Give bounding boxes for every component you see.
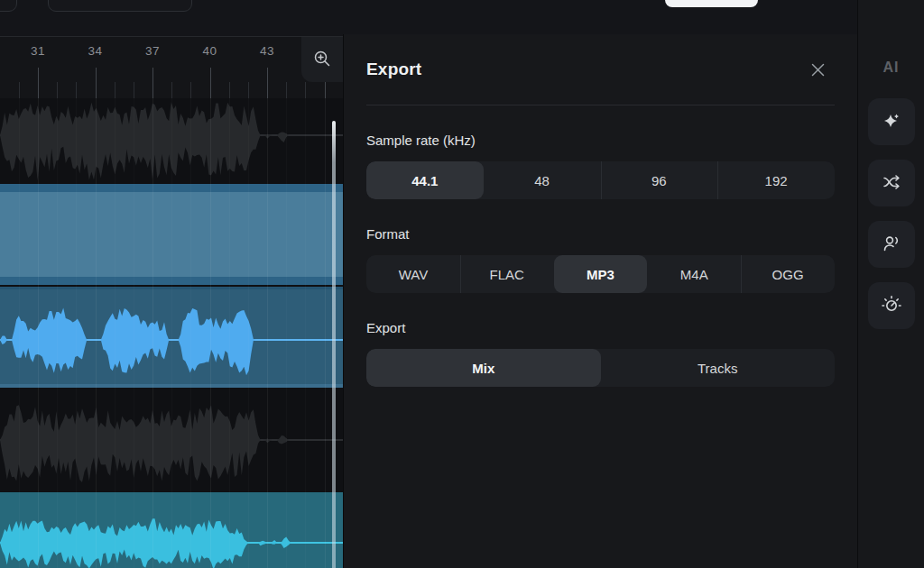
- track-5[interactable]: [0, 492, 343, 568]
- ruler-tick: [210, 68, 211, 98]
- top-header: [0, 0, 857, 36]
- right-sidebar: AI: [857, 0, 924, 568]
- ruler-tick: [171, 82, 172, 98]
- ruler-tick: [57, 82, 58, 98]
- ruler-tick: [152, 68, 153, 98]
- option-192[interactable]: 192: [717, 161, 835, 199]
- ruler-label: 31: [31, 44, 45, 58]
- ruler-label: 43: [260, 44, 274, 58]
- ruler-tick: [134, 82, 134, 98]
- knob-button[interactable]: [868, 282, 915, 329]
- option-tracks[interactable]: Tracks: [601, 349, 836, 387]
- app-root: 3134374043 Export Sa: [0, 0, 924, 568]
- waveform: [0, 492, 343, 568]
- close-icon[interactable]: [808, 60, 827, 79]
- segmented-control-1: WAVFLACMP3M4AOGG: [366, 255, 835, 293]
- knob-icon: [881, 294, 902, 318]
- timeline-ruler[interactable]: 3134374043: [0, 37, 343, 98]
- ruler-label: 34: [88, 44, 102, 58]
- option-flac[interactable]: FLAC: [460, 255, 554, 293]
- segmented-control-2: MixTracks: [366, 349, 835, 387]
- zoom-in-button[interactable]: [301, 37, 343, 82]
- panel-divider: [366, 105, 835, 105]
- ruler-tick: [305, 82, 306, 98]
- waveform: [0, 87, 343, 184]
- panel-sections: Sample rate (kHz)44.14896192FormatWAVFLA…: [366, 133, 835, 387]
- option-44-1[interactable]: 44.1: [366, 161, 484, 199]
- ruler-tick: [19, 82, 20, 98]
- export-panel: Export Sample rate (kHz)44.14896192Forma…: [343, 34, 857, 568]
- voice-person-button[interactable]: [868, 221, 915, 268]
- ai-label: AI: [858, 60, 924, 77]
- ruler-tick: [38, 68, 39, 98]
- timeline: 3134374043: [0, 36, 343, 568]
- sparkle-button[interactable]: [868, 98, 915, 145]
- header-button-partial[interactable]: [48, 0, 192, 12]
- section-label-export: Export: [366, 320, 835, 336]
- option-48[interactable]: 48: [484, 161, 601, 199]
- segmented-control-0: 44.14896192: [366, 161, 835, 199]
- playhead[interactable]: [332, 121, 336, 568]
- ruler-tick: [76, 82, 77, 98]
- option-ogg[interactable]: OGG: [741, 255, 835, 293]
- panel-title: Export: [366, 60, 421, 79]
- ruler-tick: [115, 82, 116, 98]
- ruler-tick: [229, 82, 230, 98]
- waveform: [0, 388, 343, 489]
- ruler-tick: [96, 68, 97, 98]
- option-mix[interactable]: Mix: [366, 349, 601, 387]
- ruler-tick: [190, 82, 191, 98]
- option-mp3[interactable]: MP3: [554, 255, 648, 293]
- split-arrows-button[interactable]: [868, 160, 915, 206]
- track-3[interactable]: [0, 287, 343, 388]
- ruler-label: 37: [145, 44, 160, 58]
- ruler-tick: [267, 68, 268, 98]
- option-wav[interactable]: WAV: [366, 255, 460, 293]
- track-4[interactable]: [0, 388, 343, 489]
- magnifier-plus-icon: [312, 49, 332, 71]
- ruler-tick: [286, 82, 287, 98]
- split-arrows-icon: [881, 171, 902, 196]
- section-label-sample-rate-khz-: Sample rate (kHz): [366, 133, 835, 149]
- section-label-format: Format: [366, 226, 835, 243]
- primary-action-button-partial[interactable]: [665, 0, 758, 7]
- track-2[interactable]: [0, 184, 343, 285]
- option-96[interactable]: 96: [601, 161, 718, 199]
- ruler-label: 40: [202, 44, 217, 58]
- voice-person-icon: [881, 233, 902, 257]
- header-button-left-partial[interactable]: [0, 0, 17, 12]
- waveform: [0, 289, 343, 390]
- sparkle-icon: [881, 110, 902, 134]
- track-1[interactable]: [0, 87, 343, 184]
- tracks-area: [0, 37, 343, 568]
- ruler-tick: [248, 82, 249, 98]
- export-panel-header: Export: [366, 58, 835, 81]
- option-m4a[interactable]: M4A: [647, 255, 741, 293]
